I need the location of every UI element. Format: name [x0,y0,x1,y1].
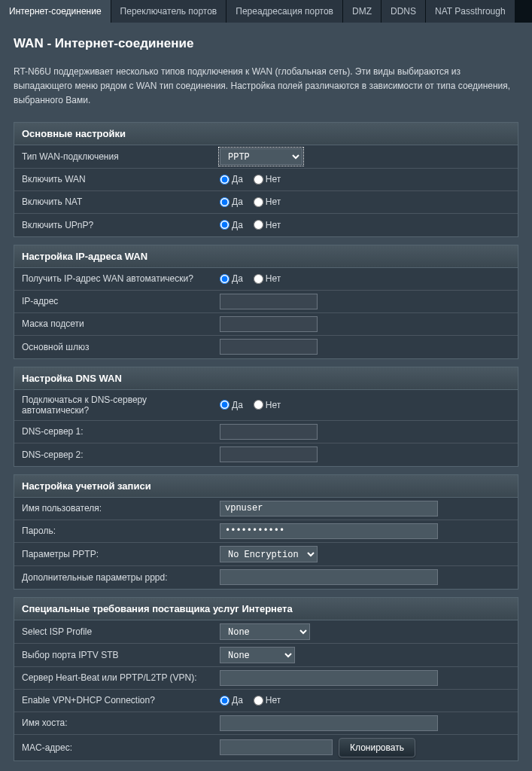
mac-input[interactable] [220,739,333,755]
tab-dmz[interactable]: DMZ [343,0,381,23]
ip-address-label: IP-адрес [14,291,214,311]
content-area: WAN - Интернет-соединение RT-N66U поддер… [0,23,532,771]
dns2-input [220,446,318,462]
pptp-params-label: Параметры PPTP: [14,544,214,564]
tabs-bar: Интернет-соединение Переключатель портов… [0,0,532,23]
hostname-input[interactable] [220,715,438,731]
page-description: RT-N66U поддерживает несколько типов под… [14,65,518,108]
enable-upnp-label: Включить UPnP? [14,215,214,235]
tab-port-forwarding[interactable]: Переадресация портов [226,0,342,23]
auto-dns-no[interactable]: Нет [254,400,281,410]
enable-nat-yes[interactable]: Да [220,197,243,207]
password-label: Пароль: [14,521,214,541]
gateway-input [220,339,318,355]
vpn-dhcp-label: Enable VPN+DHCP Connection? [14,690,214,710]
section-account: Настройка учетной записи Имя пользовател… [14,474,518,590]
ip-address-input [220,294,318,309]
tab-ddns[interactable]: DDNS [382,0,425,23]
wan-type-select[interactable]: PPTP [220,148,302,165]
username-input[interactable] [220,501,438,517]
dns1-label: DNS-сервер 1: [14,422,214,441]
section-dns-header: Настройка DNS WAN [14,367,518,390]
tab-nat-passthrough[interactable]: NAT Passthrough [426,0,515,23]
pptp-params-select[interactable]: No Encryption [220,546,318,562]
isp-profile-label: Select ISP Profile [14,622,214,641]
auto-ip-yes[interactable]: Да [220,273,243,284]
auto-ip-label: Получить IP-адрес WAN автоматически? [14,269,214,288]
enable-wan-no[interactable]: Нет [254,174,281,184]
enable-wan-label: Включить WAN [14,169,214,189]
wan-type-label: Тип WAN-подключения [14,147,214,166]
pppd-extra-input[interactable] [220,569,438,585]
section-isp: Специальные требования поставщика услуг … [14,597,518,761]
section-basic: Основные настройки Тип WAN-подключения P… [14,122,518,237]
page-title: WAN - Интернет-соединение [14,36,518,51]
enable-upnp-no[interactable]: Нет [254,220,281,230]
section-dns: Настройка DNS WAN Подключаться к DNS-сер… [14,367,518,467]
section-basic-header: Основные настройки [14,123,518,145]
enable-nat-label: Включить NAT [14,192,214,212]
subnet-mask-input [220,316,318,332]
vpn-dhcp-no[interactable]: Нет [254,695,281,705]
section-wan-ip-header: Настройка IP-адреса WAN [14,245,518,268]
section-wan-ip: Настройка IP-адреса WAN Получить IP-адре… [14,245,518,359]
dns2-label: DNS-сервер 2: [14,445,214,465]
auto-dns-label: Подключаться к DNS-серверу автоматически… [14,390,214,420]
heartbeat-label: Сервер Heart-Beat или PPTP/L2TP (VPN): [14,668,214,687]
vpn-dhcp-yes[interactable]: Да [220,695,243,705]
gateway-label: Основной шлюз [14,337,214,357]
enable-nat-no[interactable]: Нет [254,197,281,207]
mac-label: MAC-адрес: [14,738,214,757]
clone-button[interactable]: Клонировать [339,738,415,757]
auto-ip-no[interactable]: Нет [254,273,281,284]
hostname-label: Имя хоста: [14,713,214,733]
subnet-mask-label: Маска подсети [14,314,214,334]
enable-upnp-yes[interactable]: Да [220,220,243,230]
auto-dns-yes[interactable]: Да [220,400,243,410]
section-account-header: Настройка учетной записи [14,475,518,498]
iptv-port-label: Выбор порта IPTV STB [14,645,214,665]
password-input[interactable] [220,523,438,539]
section-isp-header: Специальные требования поставщика услуг … [14,598,518,620]
tab-port-trigger[interactable]: Переключатель портов [111,0,226,23]
tab-internet-connection[interactable]: Интернет-соединение [0,0,111,23]
enable-wan-yes[interactable]: Да [220,174,243,184]
isp-profile-select[interactable]: None [220,623,310,640]
pppd-extra-label: Дополнительные параметры pppd: [14,568,214,587]
heartbeat-input[interactable] [220,670,438,686]
iptv-port-select[interactable]: None [220,647,295,663]
username-label: Имя пользователя: [14,498,214,518]
dns1-input [220,424,318,440]
